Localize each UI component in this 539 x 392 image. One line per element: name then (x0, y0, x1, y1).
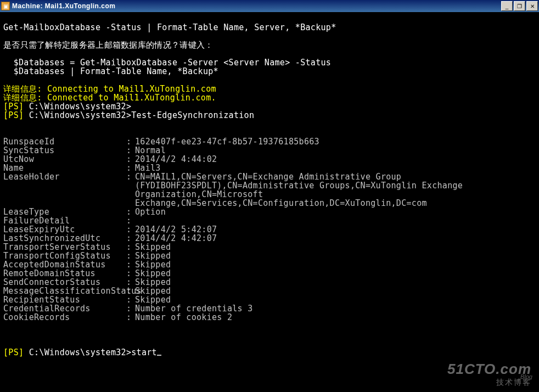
result-value: 2014/4/2 4:44:02 (135, 155, 536, 164)
result-value (135, 216, 536, 225)
result-value: 162e407f-ee23-47cf-8b57-19376185b663 (135, 137, 536, 146)
result-value: Skipped (135, 278, 536, 287)
result-value: Skipped (135, 287, 536, 295)
minimize-button[interactable]: _ (501, 1, 513, 11)
result-row: AcceptedDomainStatus: Skipped (3, 260, 536, 269)
result-row: UtcNow: 2014/4/2 4:44:02 (3, 155, 536, 164)
result-separator: : (126, 216, 135, 225)
result-row: LeaseExpiryUtc: 2014/4/2 5:42:07 (3, 225, 536, 234)
result-separator: : (126, 269, 135, 278)
result-key: TransportConfigStatus (3, 251, 126, 260)
result-separator: : (126, 172, 135, 208)
window-controls: _ ❐ ✕ (501, 1, 538, 11)
result-key: RemoteDomainStatus (3, 269, 126, 278)
result-row: LeaseHolder: CN=MAIL1,CN=Servers,CN=Exch… (3, 172, 536, 208)
result-value: Normal (135, 146, 536, 155)
help-question: 是否只需了解特定服务器上邮箱数据库的情况？请键入： (3, 40, 214, 50)
ps-command: Test-EdgeSynchronization (131, 110, 254, 120)
result-separator: : (126, 225, 135, 234)
app-icon: ▣ (1, 2, 10, 10)
result-row: LeaseType: Option (3, 208, 536, 216)
result-key: UtcNow (3, 155, 126, 164)
terminal-output[interactable]: Get-MailboxDatabase -Status | Format-Tab… (0, 12, 539, 392)
ps-path: C:\Windows\system32> (29, 348, 132, 357)
ps-path: C:\Windows\system32> (29, 110, 132, 120)
result-value: Skipped (135, 269, 536, 278)
result-value: Skipped (135, 251, 536, 260)
result-separator: : (126, 304, 135, 313)
result-row: SyncStatus: Normal (3, 146, 536, 155)
result-separator: : (126, 278, 135, 287)
result-row: MessageClassificationStatus: Skipped (3, 287, 536, 295)
result-value: 2014/4/2 5:42:07 (135, 225, 536, 234)
result-key: CookieRecords (3, 313, 126, 322)
result-key: SendConnectorStatus (3, 278, 126, 287)
result-separator: : (126, 164, 135, 172)
result-row: SendConnectorStatus: Skipped (3, 278, 536, 287)
help-example-2: $Databases | Format-Table Name, *Backup* (3, 66, 218, 76)
result-key: FailureDetail (3, 216, 126, 225)
result-separator: : (126, 251, 135, 260)
result-row: LastSynchronizedUtc: 2014/4/2 4:42:07 (3, 234, 536, 243)
result-value: Skipped (135, 295, 536, 304)
close-button[interactable]: ✕ (526, 1, 538, 11)
result-separator: : (126, 137, 135, 146)
result-row: CredentialRecords: Number of credentials… (3, 304, 536, 313)
result-separator: : (126, 208, 135, 216)
ps-prompt-label: [PS] (3, 348, 29, 357)
result-value: CN=MAIL1,CN=Servers,CN=Exchange Administ… (135, 172, 536, 208)
result-value: 2014/4/2 4:42:07 (135, 234, 536, 243)
result-key: LastSynchronizedUtc (3, 234, 126, 243)
result-row: CookieRecords: Number of cookies 2 (3, 313, 536, 322)
result-key: MessageClassificationStatus (3, 287, 126, 295)
result-key: LeaseHolder (3, 172, 126, 208)
result-row: RunspaceId: 162e407f-ee23-47cf-8b57-1937… (3, 137, 536, 146)
window-title: Machine: Mail1.XuTonglin.com (12, 2, 501, 10)
result-separator: : (126, 295, 135, 304)
result-key: Name (3, 164, 126, 172)
result-key: AcceptedDomainStatus (3, 260, 126, 269)
result-row: Name: Mail3 (3, 164, 536, 172)
maximize-button[interactable]: ❐ (514, 1, 525, 11)
result-separator: : (126, 313, 135, 322)
result-separator: : (126, 287, 135, 295)
result-separator: : (126, 260, 135, 269)
result-value: Number of cookies 2 (135, 313, 536, 322)
result-key: LeaseType (3, 208, 126, 216)
result-key: CredentialRecords (3, 304, 126, 313)
result-row: TransportServerStatus: Skipped (3, 243, 536, 251)
result-value: Skipped (135, 260, 536, 269)
ps-prompt-label: [PS] (3, 110, 29, 120)
result-separator: : (126, 146, 135, 155)
result-key: TransportServerStatus (3, 243, 126, 251)
result-key: SyncStatus (3, 146, 126, 155)
result-separator: : (126, 234, 135, 243)
result-separator: : (126, 155, 135, 164)
result-row: FailureDetail: (3, 216, 536, 225)
result-separator: : (126, 243, 135, 251)
result-row: TransportConfigStatus: Skipped (3, 251, 536, 260)
result-key: RecipientStatus (3, 295, 126, 304)
result-value: Option (135, 208, 536, 216)
result-value: Number of credentials 3 (135, 304, 536, 313)
result-value: Skipped (135, 243, 536, 251)
result-properties: RunspaceId: 162e407f-ee23-47cf-8b57-1937… (3, 137, 536, 322)
window-title-bar: ▣ Machine: Mail1.XuTonglin.com _ ❐ ✕ (0, 0, 539, 12)
ps-input: start (131, 348, 157, 357)
cursor-icon (157, 355, 161, 356)
result-row: RemoteDomainStatus: Skipped (3, 269, 536, 278)
result-key: RunspaceId (3, 137, 126, 146)
result-key: LeaseExpiryUtc (3, 225, 126, 234)
result-value: Mail3 (135, 164, 536, 172)
cmd-line: Get-MailboxDatabase -Status | Format-Tab… (3, 23, 336, 32)
result-row: RecipientStatus: Skipped (3, 295, 536, 304)
